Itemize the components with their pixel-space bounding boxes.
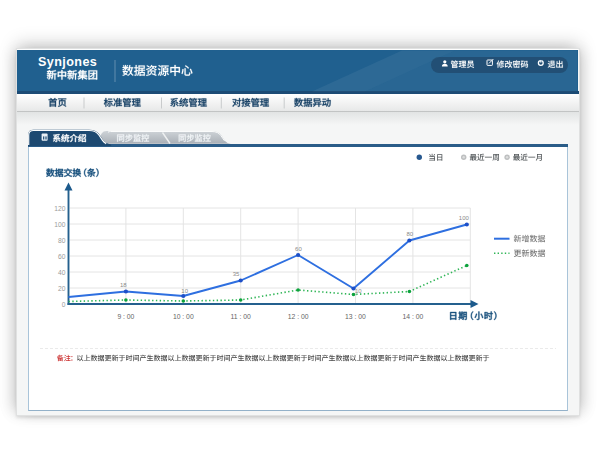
svg-text:9 : 00: 9 : 00 xyxy=(117,313,134,320)
svg-text:80: 80 xyxy=(406,231,413,237)
svg-text:11 : 00: 11 : 00 xyxy=(231,313,252,320)
svg-text:Synjones: Synjones xyxy=(38,55,97,69)
svg-text:18: 18 xyxy=(120,282,127,288)
svg-text:20: 20 xyxy=(58,285,66,292)
svg-text:60: 60 xyxy=(295,246,302,252)
svg-text:13 : 00: 13 : 00 xyxy=(345,313,366,320)
svg-text:10: 10 xyxy=(355,288,362,294)
svg-text:80: 80 xyxy=(58,237,66,244)
svg-text:35: 35 xyxy=(233,271,240,277)
svg-text:14 : 00: 14 : 00 xyxy=(403,313,424,320)
svg-text:10 : 00: 10 : 00 xyxy=(173,313,194,320)
svg-text:100: 100 xyxy=(54,221,65,228)
svg-text:10: 10 xyxy=(181,288,188,294)
svg-text:120: 120 xyxy=(54,205,65,212)
svg-text:100: 100 xyxy=(459,215,470,221)
svg-text:60: 60 xyxy=(58,253,66,260)
svg-text:40: 40 xyxy=(58,269,66,276)
svg-text:12 : 00: 12 : 00 xyxy=(288,313,309,320)
svg-text:0: 0 xyxy=(62,301,66,308)
